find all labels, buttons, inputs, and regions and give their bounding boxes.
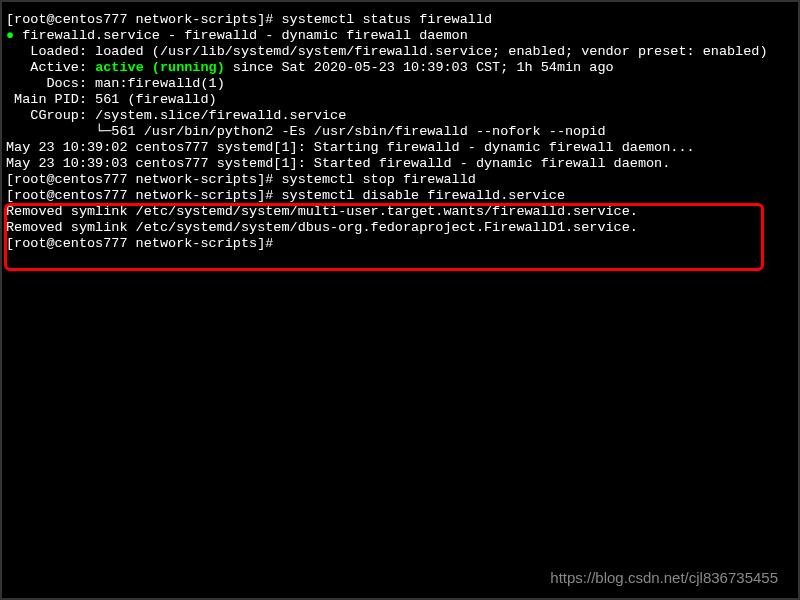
service-name: firewalld.service - firewalld - dynamic … bbox=[22, 28, 468, 43]
output-line: Removed symlink /etc/systemd/system/dbus… bbox=[6, 220, 794, 236]
watermark-text: https://blog.csdn.net/cjl836735455 bbox=[550, 570, 778, 586]
docs-line: Docs: man:firewalld(1) bbox=[6, 76, 794, 92]
log-line: May 23 10:39:03 centos777 systemd[1]: St… bbox=[6, 156, 794, 172]
loaded-line: Loaded: loaded (/usr/lib/systemd/system/… bbox=[6, 44, 794, 60]
prompt-line: [root@centos777 network-scripts]# system… bbox=[6, 188, 794, 204]
shell-prompt: [root@centos777 network-scripts]# bbox=[6, 188, 281, 203]
prompt-line: [root@centos777 network-scripts]# system… bbox=[6, 12, 794, 28]
output-line: Removed symlink /etc/systemd/system/mult… bbox=[6, 204, 794, 220]
shell-prompt: [root@centos777 network-scripts]# bbox=[6, 12, 281, 27]
status-bullet-icon: ● bbox=[6, 28, 22, 43]
active-status: active (running) bbox=[95, 60, 225, 75]
terminal-output[interactable]: [root@centos777 network-scripts]# system… bbox=[6, 12, 794, 252]
service-header: ● firewalld.service - firewalld - dynami… bbox=[6, 28, 794, 44]
prompt-line: [root@centos777 network-scripts]# bbox=[6, 236, 794, 252]
shell-prompt: [root@centos777 network-scripts]# bbox=[6, 236, 281, 251]
shell-prompt: [root@centos777 network-scripts]# bbox=[6, 172, 281, 187]
log-line: May 23 10:39:02 centos777 systemd[1]: St… bbox=[6, 140, 794, 156]
pid-line: Main PID: 561 (firewalld) bbox=[6, 92, 794, 108]
prompt-line: [root@centos777 network-scripts]# system… bbox=[6, 172, 794, 188]
cgroup-line: CGroup: /system.slice/firewalld.service bbox=[6, 108, 794, 124]
active-timestamp: since Sat 2020-05-23 10:39:03 CST; 1h 54… bbox=[225, 60, 614, 75]
active-line: Active: active (running) since Sat 2020-… bbox=[6, 60, 794, 76]
command-text: systemctl status firewalld bbox=[281, 12, 492, 27]
cgroup-process: └─561 /usr/bin/python2 -Es /usr/sbin/fir… bbox=[6, 124, 794, 140]
command-text: systemctl stop firewalld bbox=[281, 172, 475, 187]
active-label: Active: bbox=[6, 60, 95, 75]
command-text: systemctl disable firewalld.service bbox=[281, 188, 565, 203]
